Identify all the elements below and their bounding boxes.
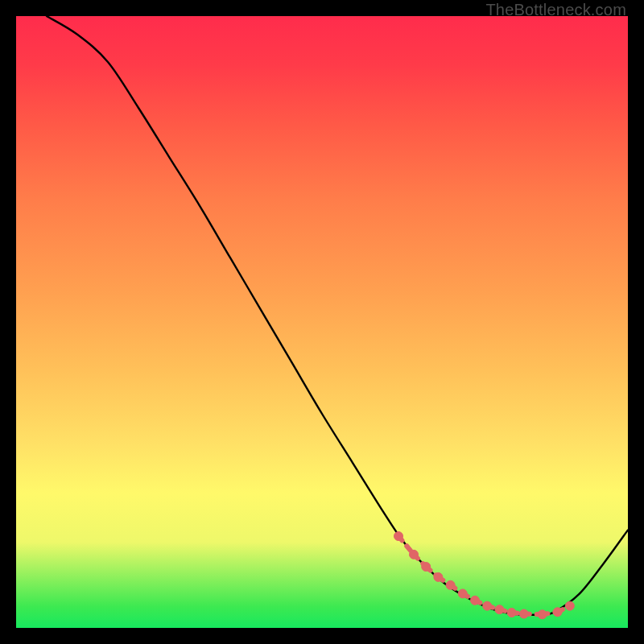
marker-dot [507,609,516,617]
marker-dot [458,589,467,598]
marker-dot [538,610,547,619]
plot-area [16,16,628,628]
marker-dot [565,601,574,610]
curve-svg [16,16,628,628]
highlight-markers [394,532,575,619]
marker-dot [519,609,528,618]
marker-dot [410,550,419,559]
marker-dot [422,563,431,572]
marker-dot [495,605,504,614]
chart-frame: TheBottleneck.com [0,0,644,644]
marker-dot [483,601,492,610]
marker-dot [434,572,443,581]
marker-dot [471,596,480,605]
marker-dot [553,608,562,617]
marker-dot [446,580,455,589]
marker-dot [394,532,403,541]
bottleneck-curve [47,16,628,615]
